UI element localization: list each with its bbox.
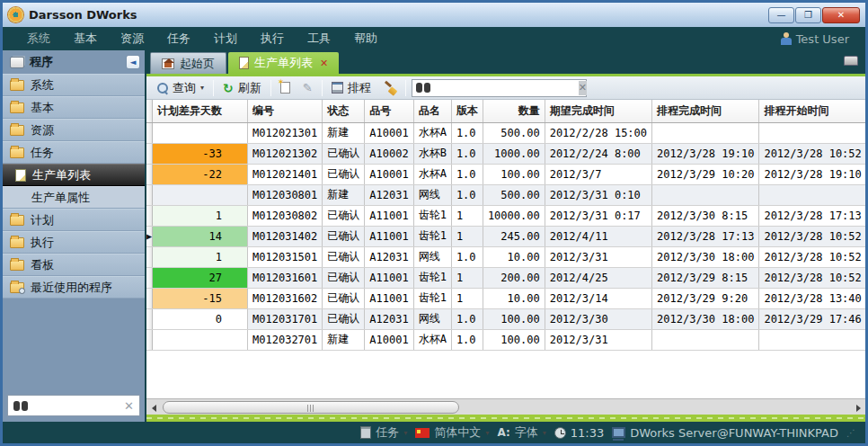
cell-item_name[interactable]: 齿轮1 [413,226,451,246]
table-row[interactable]: ▶14M012031402已确认A11001齿轮11245.002012/4/1… [146,226,865,246]
cell-sched_start[interactable]: 2012/3/28 10:52 [759,226,865,246]
minimize-button[interactable]: — [768,7,794,23]
menu-item-7[interactable]: 帮助 [342,31,389,45]
scroll-right-icon[interactable] [851,400,865,415]
cell-sched_end[interactable]: 2012/3/29 10:20 [652,164,759,184]
cell-diff[interactable]: -33 [153,143,248,164]
column-header-4[interactable]: 品名 [413,100,451,122]
cell-diff[interactable]: 0 [153,308,248,329]
cell-code[interactable]: M012030801 [248,184,323,205]
cell-code[interactable]: M012031601 [248,267,323,288]
cell-sched_end[interactable] [652,184,759,205]
column-header-8[interactable]: 排程完成时间 [652,100,759,122]
cell-due[interactable]: 2012/3/31 0:17 [545,205,651,226]
cell-status[interactable]: 新建 [323,122,365,143]
cell-item_no[interactable]: A11001 [365,267,413,288]
edit-button[interactable]: ✎ [299,79,316,96]
cell-code[interactable]: M012021301 [248,122,323,143]
cell-diff[interactable]: 1 [153,246,248,267]
statusbar-task-menu[interactable]: 任务 ▾ [360,424,407,441]
cell-sched_end[interactable]: 2012/3/28 17:13 [652,226,759,246]
cell-version[interactable]: 1 [451,267,483,288]
sidebar-item-4[interactable]: 生产单列表 [3,164,145,186]
column-header-7[interactable]: 期望完成时间 [545,100,651,122]
cell-sched_start[interactable]: 2012/3/28 17:13 [759,205,865,226]
cell-sched_start[interactable] [759,329,865,350]
chevron-down-icon[interactable]: ▾ [200,84,204,92]
sidebar-search-clear-icon[interactable]: ✕ [124,399,134,413]
tab-production-order-list[interactable]: 生产单列表 ✕ [228,52,339,74]
cell-sched_end[interactable]: 2012/3/30 18:00 [652,308,759,329]
sidebar-item-2[interactable]: 资源 [3,119,145,141]
cell-qty[interactable]: 10000.00 [483,205,545,226]
cell-item_name[interactable]: 水杯A [413,329,451,350]
table-row[interactable]: 27M012031601已确认A11001齿轮11200.002012/4/25… [146,267,865,288]
cell-item_name[interactable]: 齿轮1 [413,205,451,226]
cell-item_name[interactable]: 水杯A [413,122,451,143]
table-row[interactable]: M012021301新建A10001水杯A1.0500.002012/2/28 … [146,122,865,143]
cell-item_no[interactable]: A12031 [365,246,413,267]
restore-button[interactable]: ❐ [795,7,821,23]
cell-qty[interactable]: 100.00 [483,329,545,350]
cell-sched_end[interactable]: 2012/3/30 18:00 [652,246,759,267]
cell-item_name[interactable]: 水杯A [413,164,451,184]
clear-schedule-button[interactable] [380,80,400,96]
toolbar-search-box[interactable]: ✕ [412,79,587,97]
cell-diff[interactable]: 27 [153,267,248,288]
cell-sched_start[interactable]: 2012/3/29 17:46 [759,308,865,329]
cell-version[interactable]: 1.0 [451,184,483,205]
toolbar-search-input[interactable] [435,82,574,94]
cell-item_no[interactable]: A10001 [365,122,413,143]
cell-due[interactable]: 2012/3/14 [545,288,651,308]
tab-start-page[interactable]: 起始页 [150,52,226,74]
cell-status[interactable]: 已确认 [323,226,365,246]
cell-sched_start[interactable]: 2012/3/28 19:10 [759,164,865,184]
statusbar-font-menu[interactable]: A: 字体 ▾ [497,424,545,441]
menu-item-2[interactable]: 资源 [109,31,155,45]
menu-item-4[interactable]: 计划 [202,31,249,45]
sidebar-item-6[interactable]: 计划 [3,209,145,231]
cell-item_name[interactable]: 齿轮1 [413,267,451,288]
cell-due[interactable]: 2012/3/31 0:10 [545,184,651,205]
new-button[interactable] [277,80,294,95]
column-header-3[interactable]: 品号 [365,100,413,122]
column-header-9[interactable]: 排程开始时间 [759,100,865,122]
cell-qty[interactable]: 10.00 [483,246,545,267]
cell-sched_start[interactable]: 2012/3/28 10:52 [759,246,865,267]
cell-sched_end[interactable] [652,122,759,143]
sidebar-item-8[interactable]: 看板 [3,254,145,276]
cell-qty[interactable]: 245.00 [483,226,545,246]
cell-diff[interactable] [153,329,248,350]
cell-qty[interactable]: 100.00 [483,164,545,184]
cell-status[interactable]: 新建 [323,184,365,205]
cell-due[interactable]: 2012/2/24 8:00 [545,143,651,164]
title-bar[interactable]: Darsson DWorks — ❐ ✕ [3,3,865,27]
cell-sched_start[interactable]: 2012/3/28 10:52 [759,143,865,164]
cell-due[interactable]: 2012/2/28 15:00 [545,122,651,143]
cell-due[interactable]: 2012/3/7 [545,164,651,184]
column-header-5[interactable]: 版本 [451,100,483,122]
cell-version[interactable]: 1.0 [451,308,483,329]
sidebar-collapse-button[interactable]: ◄ [126,55,140,69]
table-row[interactable]: M012032701新建A10001水杯A1.0100.002012/3/31 [146,329,865,350]
cell-item_no[interactable]: A12031 [365,308,413,329]
cell-status[interactable]: 已确认 [323,308,365,329]
sidebar-item-5[interactable]: 生产单属性 [3,186,145,209]
cell-qty[interactable]: 100.00 [483,308,545,329]
menu-item-3[interactable]: 任务 [155,31,202,45]
cell-item_name[interactable]: 网线 [413,184,451,205]
table-row[interactable]: 1M012030802已确认A11001齿轮1110000.002012/3/3… [146,205,865,226]
cell-qty[interactable]: 10.00 [483,288,545,308]
table-row[interactable]: 1M012031501已确认A12031网线1.010.002012/3/312… [146,246,865,267]
menu-item-6[interactable]: 工具 [296,31,342,45]
cell-diff[interactable] [153,184,248,205]
cell-item_name[interactable]: 网线 [413,308,451,329]
cell-item_no[interactable]: A11001 [365,205,413,226]
cell-version[interactable]: 1 [451,226,483,246]
cell-version[interactable]: 1.0 [451,122,483,143]
cell-sched_end[interactable]: 2012/3/29 8:15 [652,267,759,288]
cell-item_no[interactable]: A11001 [365,288,413,308]
cell-diff[interactable]: -15 [153,288,248,308]
cell-version[interactable]: 1.0 [451,143,483,164]
pin-tabs-icon[interactable] [844,56,858,66]
